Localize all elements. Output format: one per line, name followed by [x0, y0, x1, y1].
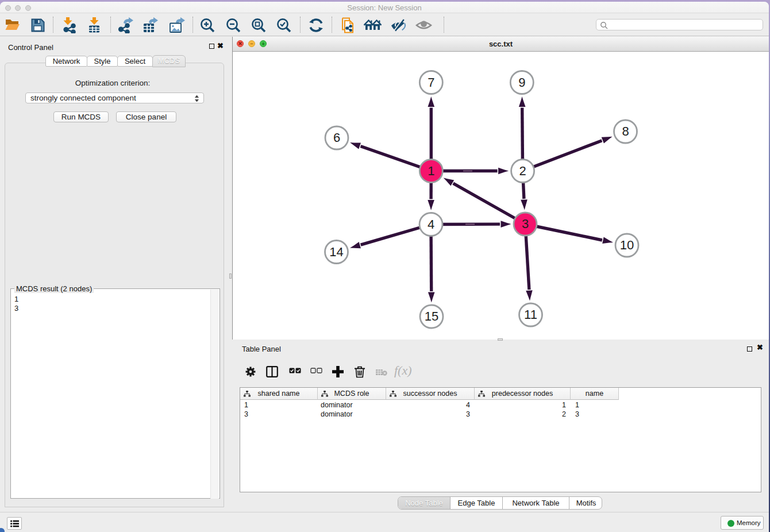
- svg-text:10: 10: [620, 238, 634, 252]
- svg-text:1: 1: [428, 164, 434, 178]
- svg-text:2: 2: [519, 164, 526, 178]
- svg-text:3: 3: [522, 217, 529, 231]
- svg-text:6: 6: [333, 130, 340, 145]
- svg-text:11: 11: [524, 307, 537, 322]
- svg-text:14: 14: [329, 245, 343, 259]
- svg-text:7: 7: [428, 75, 434, 90]
- svg-text:4: 4: [428, 217, 434, 232]
- svg-text:8: 8: [622, 124, 629, 138]
- svg-text:9: 9: [518, 75, 525, 90]
- svg-text:15: 15: [425, 309, 438, 323]
